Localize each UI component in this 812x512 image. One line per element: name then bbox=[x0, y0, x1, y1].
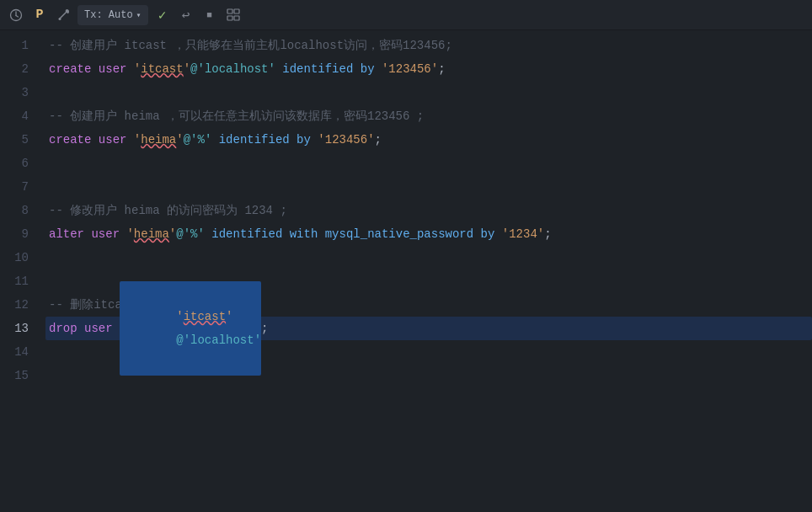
code-line-2: create user 'itcast' @'localhost' identi… bbox=[49, 57, 812, 81]
p-icon[interactable]: P bbox=[30, 6, 49, 24]
line-num-10: 10 bbox=[0, 246, 29, 269]
kw-user-2: user bbox=[99, 57, 127, 81]
line-num-1: 1 bbox=[0, 34, 29, 57]
svg-rect-6 bbox=[227, 16, 232, 20]
grid-icon[interactable] bbox=[224, 6, 243, 24]
line-num-5: 5 bbox=[0, 128, 29, 152]
comment-4: -- 创建用户 heima ，可以在任意主机访问该数据库，密码123456 ; bbox=[49, 104, 424, 128]
tx-auto-label: Tx: Auto bbox=[84, 9, 133, 21]
svg-point-3 bbox=[58, 18, 61, 20]
code-line-15 bbox=[49, 364, 812, 387]
kw-create-2: create bbox=[49, 57, 91, 81]
svg-line-2 bbox=[16, 15, 19, 17]
line-num-14: 14 bbox=[0, 340, 29, 364]
code-line-4: -- 创建用户 heima ，可以在任意主机访问该数据库，密码123456 ; bbox=[49, 104, 812, 128]
code-line-3 bbox=[49, 81, 812, 104]
editor: 1 2 3 4 5 6 7 8 9 10 11 12 ✓ 13 14 15 --… bbox=[0, 30, 812, 512]
tx-auto-dropdown[interactable]: Tx: Auto ▾ bbox=[77, 5, 148, 25]
line-num-9: 9 bbox=[0, 222, 29, 246]
clock-icon[interactable] bbox=[7, 6, 25, 24]
svg-rect-5 bbox=[234, 9, 239, 13]
toolbar: P Tx: Auto ▾ ✓ ↩ ■ bbox=[0, 0, 812, 30]
line-num-2: 2 bbox=[0, 57, 29, 81]
wrench-icon[interactable] bbox=[54, 6, 72, 24]
execute-check-icon[interactable]: ✓ bbox=[153, 6, 172, 24]
code-line-10 bbox=[49, 246, 812, 269]
comment-1: -- 创建用户 itcast ，只能够在当前主机localhost访问，密码12… bbox=[49, 34, 452, 57]
line-num-3: 3 bbox=[0, 81, 29, 104]
line-num-13: ✓ 13 bbox=[0, 317, 29, 340]
code-line-14 bbox=[49, 340, 812, 364]
undo-icon[interactable]: ↩ bbox=[177, 6, 195, 24]
code-area[interactable]: -- 创建用户 itcast ，只能够在当前主机localhost访问，密码12… bbox=[35, 30, 812, 512]
code-line-13[interactable]: drop user 'itcast' @'localhost' ; bbox=[45, 317, 812, 340]
code-line-7 bbox=[49, 175, 812, 199]
line-num-4: 4 bbox=[0, 104, 29, 128]
svg-rect-4 bbox=[227, 9, 232, 13]
line-num-6: 6 bbox=[0, 152, 29, 175]
line-num-7: 7 bbox=[0, 175, 29, 199]
code-line-5: create user 'heima' @'%' identified by '… bbox=[49, 128, 812, 152]
line-num-15: 15 bbox=[0, 364, 29, 387]
svg-rect-7 bbox=[234, 16, 239, 20]
line-numbers: 1 2 3 4 5 6 7 8 9 10 11 12 ✓ 13 14 15 bbox=[0, 30, 35, 512]
code-line-9: alter user 'heima' @'%' identified with … bbox=[49, 222, 812, 246]
code-line-1: -- 创建用户 itcast ，只能够在当前主机localhost访问，密码12… bbox=[49, 34, 812, 57]
code-line-8: -- 修改用户 heima 的访问密码为 1234 ; bbox=[49, 199, 812, 222]
line-num-12: 12 bbox=[0, 293, 29, 317]
code-line-6 bbox=[49, 152, 812, 175]
comment-8: -- 修改用户 heima 的访问密码为 1234 ; bbox=[49, 199, 287, 222]
chevron-down-icon: ▾ bbox=[136, 10, 142, 20]
line-num-8: 8 bbox=[0, 199, 29, 222]
stop-icon[interactable]: ■ bbox=[200, 6, 219, 24]
line-num-11: 11 bbox=[0, 269, 29, 293]
